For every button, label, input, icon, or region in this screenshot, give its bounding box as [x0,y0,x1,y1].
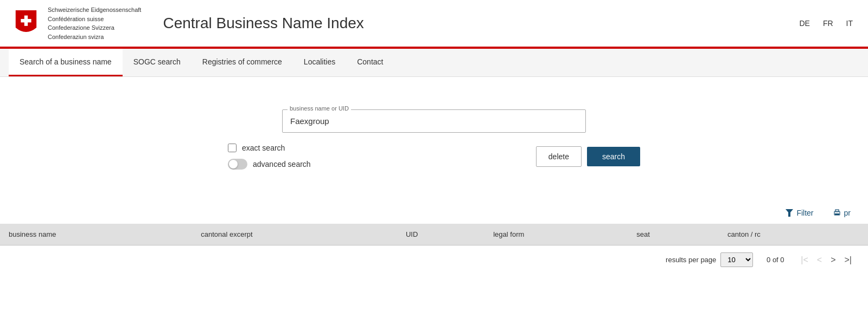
svg-rect-5 [835,213,839,215]
svg-rect-1 [21,19,31,22]
search-field-wrapper: business name or UID [282,109,586,133]
prev-page-button[interactable]: < [814,253,825,267]
delete-button[interactable]: delete [536,146,582,167]
col-seat: seat [628,224,719,245]
app-header: Schweizerische Eidgenossenschaft Confédé… [0,0,868,49]
exact-search-checkbox[interactable] [228,144,237,152]
nav-item-localities[interactable]: Localities [293,49,346,76]
exact-search-label[interactable]: exact search [242,144,285,152]
header-left: Schweizerische Eidgenossenschaft Confédé… [13,5,364,41]
results-toolbar: Filter pr [0,202,868,224]
main-nav: Search of a business name SOGC search Re… [0,49,868,77]
lang-it-button[interactable]: IT [844,18,855,29]
exact-search-row: exact search [228,144,311,152]
print-button[interactable]: pr [829,206,855,219]
per-page-select[interactable]: 10 25 50 100 [720,252,753,267]
search-container: business name or UID exact search adva [0,99,868,180]
lang-de-button[interactable]: DE [797,18,812,29]
next-page-button[interactable]: > [827,253,839,267]
col-cantonal-excerpt: cantonal excerpt [192,224,397,245]
search-options-left: exact search advanced search [228,144,311,170]
results-per-page: results per page 10 25 50 100 [666,252,753,267]
advanced-search-label: advanced search [253,160,311,168]
main-content: business name or UID exact search adva [0,77,868,274]
table-header: business name cantonal excerpt UID legal… [0,224,868,245]
results-area: Filter pr business name cantonal excerpt… [0,202,868,274]
first-page-button[interactable]: |< [797,253,812,267]
last-page-button[interactable]: >| [841,253,856,267]
search-field-label: business name or UID [288,105,351,112]
pagination-info: 0 of 0 [762,256,789,264]
filter-icon [786,209,793,217]
confederation-text: Schweizerische Eidgenossenschaft Confédé… [48,5,141,41]
search-input[interactable] [282,109,586,133]
print-label: pr [844,209,851,217]
col-uid: UID [397,224,484,245]
results-table: business name cantonal excerpt UID legal… [0,224,868,245]
nav-item-search-business[interactable]: Search of a business name [9,49,123,76]
filter-label: Filter [796,209,813,217]
nav-item-sogc-search[interactable]: SOGC search [123,49,192,76]
filter-button[interactable]: Filter [781,206,818,219]
search-options-row: exact search advanced search delete sear… [228,144,640,170]
pagination-bar: results per page 10 25 50 100 0 of 0 |< … [0,245,868,274]
app-title: Central Business Name Index [163,15,363,32]
results-per-page-label: results per page [666,256,716,264]
swiss-shield-logo [13,10,39,36]
search-button[interactable]: search [587,147,640,166]
lang-fr-button[interactable]: FR [821,18,835,29]
col-business-name: business name [0,224,192,245]
print-icon [833,209,841,217]
advanced-search-row: advanced search [228,159,311,170]
language-switcher: DE FR IT [797,18,855,29]
nav-item-registries[interactable]: Registries of commerce [192,49,293,76]
advanced-search-toggle[interactable] [228,159,247,170]
pagination-controls: |< < > >| [797,253,855,267]
nav-item-contact[interactable]: Contact [346,49,394,76]
col-legal-form: legal form [484,224,628,245]
col-canton-rc: canton / rc [719,224,868,245]
svg-marker-2 [786,209,793,217]
search-buttons: delete search [536,146,640,167]
toggle-thumb [229,160,238,168]
